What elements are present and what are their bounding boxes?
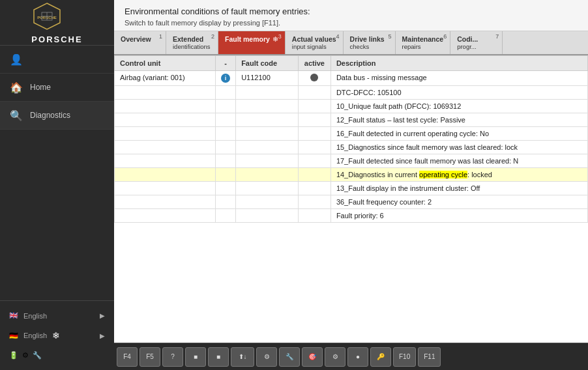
table-row[interactable]: DTC-DFCC: 105100	[115, 86, 588, 100]
tab-fault-label: Fault memory	[225, 35, 270, 43]
cell-fault-code	[236, 100, 299, 113]
cell-description: 16_Fault detected in current operating c…	[331, 127, 587, 141]
cell-active	[298, 86, 331, 100]
chevron-right-icon: ▶	[100, 312, 105, 319]
cell-fault-code	[236, 154, 299, 168]
toolbar-btn-9[interactable]: 🔑	[370, 347, 391, 367]
table-row[interactable]: 12_Fault status – last test cycle: Passi…	[115, 113, 588, 127]
toolbar-btn-7[interactable]: ⚙	[325, 347, 345, 367]
cell-fault-code	[236, 182, 299, 195]
language-english-de[interactable]: 🇩🇪 English ❄ ▶	[0, 325, 114, 346]
table-row[interactable]: 13_Fault display in the instrument clust…	[115, 182, 588, 195]
tab-overview[interactable]: 1 Overview	[114, 31, 166, 54]
tab-fault-number: 3	[278, 33, 282, 40]
cell-control-unit	[115, 195, 216, 209]
table-row[interactable]: Fault priority: 6	[115, 209, 588, 223]
tab-drive-label: Drive links	[350, 35, 385, 43]
toolbar-btn-f11[interactable]: F11	[418, 347, 441, 367]
table-row[interactable]: 16_Fault detected in current operating c…	[115, 127, 588, 141]
cell-control-unit	[115, 209, 216, 223]
cell-info-icon	[216, 154, 236, 168]
cell-description: 17_Fault detected since fault memory was…	[331, 154, 587, 168]
sidebar: PORSCHE PORSCHE 👤 🏠 Home 🔍 Diagnostics 🇬…	[0, 0, 114, 370]
cell-fault-code	[236, 209, 299, 223]
tab-extended-label: Extended	[173, 35, 203, 43]
tab-drive-links[interactable]: 5 Drive links checks	[344, 31, 396, 54]
battery-dot: ⚙	[22, 351, 29, 360]
table-row[interactable]: 17_Fault detected since fault memory was…	[115, 154, 588, 168]
tab-drive-number: 5	[389, 33, 392, 40]
tab-actual-values[interactable]: 4 Actual values input signals	[286, 31, 344, 54]
col-fault-code: Fault code	[236, 56, 299, 71]
sidebar-item-home[interactable]: 🏠 Home	[0, 74, 114, 102]
tab-coding[interactable]: 7 Codi... progr...	[450, 31, 503, 54]
wrench-icon: 🔧	[33, 351, 42, 360]
cell-fault-code	[236, 168, 299, 182]
toolbar-btn-4[interactable]: ⚙	[256, 347, 277, 367]
tab-drive-sublabel: checks	[350, 43, 370, 50]
toolbar-btn-f10[interactable]: F10	[393, 347, 416, 367]
tab-actual-label: Actual values	[292, 35, 336, 43]
sidebar-item-person[interactable]: 👤	[0, 46, 114, 74]
fault-table-wrapper[interactable]: Control unit - Fault code active Descrip…	[114, 55, 588, 343]
toolbar-btn-3[interactable]: ⬆↓	[231, 347, 254, 367]
cell-control-unit	[115, 141, 216, 154]
toolbar-btn-8[interactable]: ●	[347, 347, 368, 367]
toolbar-btn-5[interactable]: 🔧	[279, 347, 300, 367]
tab-fault-snowflake-icon: ❄	[272, 35, 278, 43]
toolbar-btn-6[interactable]: 🎯	[302, 347, 323, 367]
tab-extended-identifications[interactable]: 2 Extended identifications	[166, 31, 218, 54]
tab-bar: 1 Overview 2 Extended identifications 3 …	[114, 31, 588, 55]
tab-fault-memory[interactable]: 3 Fault memory ❄	[218, 31, 286, 54]
cell-control-unit	[115, 127, 216, 141]
sidebar-logo: PORSCHE PORSCHE	[0, 0, 114, 46]
chevron-right-icon-2: ▶	[100, 332, 105, 339]
table-row[interactable]: 14_Diagnostics in current operating cycl…	[115, 168, 588, 182]
cell-description: Data bus - missing message	[331, 71, 587, 86]
table-row[interactable]: 36_Fault frequency counter: 2	[115, 195, 588, 209]
cell-description: 10_Unique fault path (DFCC): 1069312	[331, 100, 587, 113]
cell-active	[298, 195, 331, 209]
cell-active	[298, 141, 331, 154]
sidebar-bottom: 🇬🇧 English ▶ 🇩🇪 English ❄ ▶ 🔋 ⚙ 🔧	[0, 300, 114, 370]
table-row[interactable]: 15_Diagnostics since fault memory was la…	[115, 141, 588, 154]
cell-info-icon	[216, 113, 236, 127]
sidebar-item-diagnostics[interactable]: 🔍 Diagnostics	[0, 102, 114, 130]
language-gb-label: English	[23, 312, 47, 320]
cell-fault-code	[236, 86, 299, 100]
tab-coding-sublabel: progr...	[457, 43, 477, 50]
cell-description: DTC-DFCC: 105100	[331, 86, 587, 100]
cell-control-unit	[115, 182, 216, 195]
info-bar-subtitle: Switch to fault memory display by pressi…	[125, 19, 578, 27]
cell-active	[298, 100, 331, 113]
tab-maintenance-label: Maintenance	[402, 35, 444, 43]
toolbar-btn-f5[interactable]: F5	[140, 347, 160, 367]
cell-active	[298, 168, 331, 182]
toolbar-btn-f4[interactable]: F4	[117, 347, 138, 367]
battery-status: 🔋 ⚙ 🔧	[0, 346, 114, 365]
info-circle-icon: i	[221, 74, 230, 83]
cell-info-icon	[216, 168, 236, 182]
language-de-label: English	[23, 332, 47, 339]
cell-description: 13_Fault display in the instrument clust…	[331, 182, 587, 195]
cell-info-icon	[216, 86, 236, 100]
table-row[interactable]: Airbag (variant: 001)iU112100Data bus - …	[115, 71, 588, 86]
cell-fault-code	[236, 113, 299, 127]
cell-active	[298, 182, 331, 195]
porsche-logo-text: PORSCHE	[31, 35, 82, 44]
tab-maintenance[interactable]: 6 Maintenance repairs	[396, 31, 451, 54]
toolbar-btn-help[interactable]: ?	[162, 347, 183, 367]
tab-actual-number: 4	[336, 33, 340, 40]
cell-control-unit	[115, 168, 216, 182]
gb-flag-icon: 🇬🇧	[9, 311, 18, 320]
tab-overview-number: 1	[159, 33, 162, 40]
col-control-unit: Control unit	[115, 56, 216, 71]
toolbar-btn-2[interactable]: ■	[208, 347, 229, 367]
table-row[interactable]: 10_Unique fault path (DFCC): 1069312	[115, 100, 588, 113]
tab-coding-label: Codi...	[457, 35, 478, 43]
de-flag-icon: 🇩🇪	[9, 332, 18, 340]
cell-info-icon	[216, 127, 236, 141]
toolbar-btn-1[interactable]: ■	[185, 347, 206, 367]
tab-maintenance-number: 6	[443, 33, 447, 40]
language-english-gb[interactable]: 🇬🇧 English ▶	[0, 306, 114, 325]
